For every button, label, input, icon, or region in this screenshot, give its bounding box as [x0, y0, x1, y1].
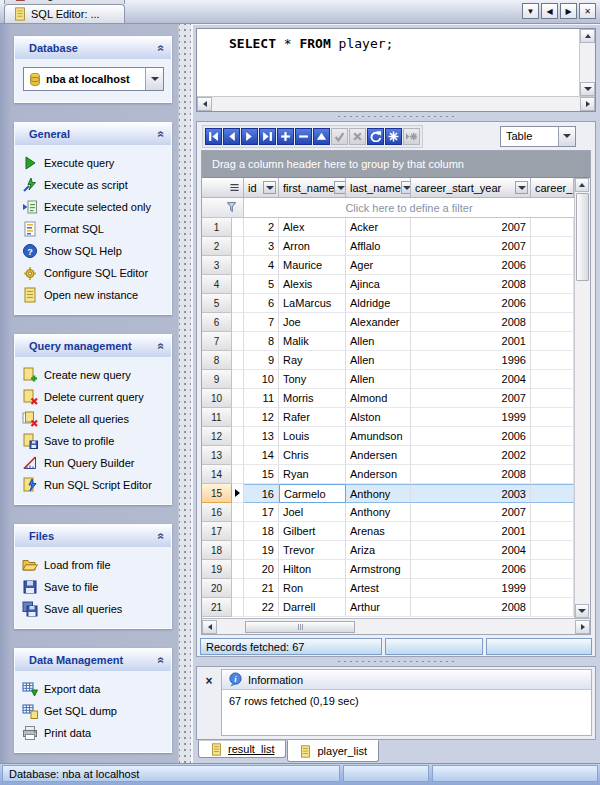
view-mode-select[interactable]: Table — [500, 126, 576, 147]
panel-header-query-management[interactable]: Query management« — [15, 335, 171, 357]
cell-last-name[interactable]: Alexander — [346, 313, 411, 332]
row-number-cell[interactable]: 19 — [202, 560, 232, 579]
cell-career[interactable] — [531, 313, 574, 332]
scroll-tabs-left-button[interactable]: ◀ — [541, 3, 558, 19]
sidebar-item-get-sql-dump[interactable]: Get SQL dump — [19, 700, 169, 722]
cell-id[interactable]: 10 — [244, 370, 279, 389]
grid-scroll-right-button[interactable] — [575, 620, 590, 634]
row-number-cell[interactable]: 21 — [202, 598, 232, 617]
table-row[interactable]: 12AlexAcker2007 — [202, 218, 574, 237]
sidebar-splitter[interactable] — [178, 24, 192, 763]
cell-last-name[interactable]: Armstrong — [346, 560, 411, 579]
cell-first-name[interactable]: Alexis — [279, 275, 346, 294]
cell-career[interactable] — [531, 484, 574, 503]
sidebar-item-execute-query[interactable]: Execute query — [19, 152, 169, 174]
cell-first-name[interactable]: Ray — [279, 351, 346, 370]
cell-first-name[interactable]: Arron — [279, 237, 346, 256]
column-dropdown-button[interactable] — [263, 181, 276, 194]
sidebar-item-format-sql[interactable]: Format SQL — [19, 218, 169, 240]
panel-header-files[interactable]: Files« — [15, 525, 171, 547]
cell-career[interactable] — [531, 351, 574, 370]
scroll-down-button[interactable] — [580, 82, 595, 96]
table-row[interactable]: 45AlexisAjinca2008 — [202, 275, 574, 294]
scroll-tabs-right-button[interactable]: ▶ — [560, 3, 577, 19]
cell-career-start-year[interactable]: 2001 — [411, 522, 531, 541]
cell-last-name[interactable]: Almond — [346, 389, 411, 408]
cell-career[interactable] — [531, 598, 574, 617]
cell-first-name[interactable]: Carmelo — [279, 484, 346, 503]
panel-header-general[interactable]: General« — [15, 123, 171, 145]
column-dropdown-button[interactable] — [334, 181, 346, 194]
sidebar-item-print-data[interactable]: Print data — [19, 722, 169, 744]
table-row[interactable]: 89RayAllen1996 — [202, 351, 574, 370]
sidebar-item-create-new-query[interactable]: Create new query — [19, 364, 169, 386]
cell-first-name[interactable]: Joel — [279, 503, 346, 522]
cell-id[interactable]: 19 — [244, 541, 279, 560]
cell-career[interactable] — [531, 560, 574, 579]
cell-last-name[interactable]: Anderson — [346, 465, 411, 484]
grid-vertical-scrollbar[interactable] — [574, 178, 590, 618]
cell-first-name[interactable]: Trevor — [279, 541, 346, 560]
row-number-cell[interactable]: 9 — [202, 370, 232, 389]
cell-id[interactable]: 21 — [244, 579, 279, 598]
cell-first-name[interactable]: Darrell — [279, 598, 346, 617]
cell-career[interactable] — [531, 389, 574, 408]
cell-last-name[interactable]: Amundson — [346, 427, 411, 446]
cell-career-start-year[interactable]: 2006 — [411, 427, 531, 446]
collapse-chevron-icon[interactable]: « — [157, 45, 167, 52]
cell-id[interactable]: 8 — [244, 332, 279, 351]
cell-career[interactable] — [531, 294, 574, 313]
table-row[interactable]: 67JoeAlexander2008 — [202, 313, 574, 332]
cell-last-name[interactable]: Anthony — [346, 503, 411, 522]
grid-scroll-left-button[interactable] — [202, 620, 217, 634]
collapse-chevron-icon[interactable]: « — [157, 343, 167, 350]
cell-career[interactable] — [531, 465, 574, 484]
cell-id[interactable]: 6 — [244, 294, 279, 313]
table-row[interactable]: 2122DarrellArthur2008 — [202, 598, 574, 617]
cell-career[interactable] — [531, 256, 574, 275]
cell-career[interactable] — [531, 579, 574, 598]
table-row[interactable]: 1617JoelAnthony2007 — [202, 503, 574, 522]
table-row[interactable]: 1314ChrisAndersen2002 — [202, 446, 574, 465]
cell-career-start-year[interactable]: 2007 — [411, 389, 531, 408]
table-row[interactable]: 1011MorrisAlmond2007 — [202, 389, 574, 408]
cell-career-start-year[interactable]: 1996 — [411, 351, 531, 370]
cell-career[interactable] — [531, 370, 574, 389]
sidebar-item-delete-all-queries[interactable]: Delete all queries — [19, 408, 169, 430]
tab-sql-editor[interactable]: SQL Editor: ... — [4, 4, 125, 23]
editor-vertical-scrollbar[interactable] — [579, 29, 595, 96]
prior-record-button[interactable] — [223, 128, 240, 145]
table-row[interactable]: 910TonyAllen2004 — [202, 370, 574, 389]
cell-last-name[interactable]: Allen — [346, 370, 411, 389]
fetch-next-button[interactable] — [403, 128, 420, 145]
cell-last-name[interactable]: Allen — [346, 332, 411, 351]
cell-last-name[interactable]: Arenas — [346, 522, 411, 541]
grid-horizontal-scrollbar[interactable] — [202, 618, 590, 634]
cell-last-name[interactable]: Artest — [346, 579, 411, 598]
table-row[interactable]: 1819TrevorAriza2004 — [202, 541, 574, 560]
sidebar-item-save-to-profile[interactable]: Save to profile — [19, 430, 169, 452]
collapse-chevron-icon[interactable]: « — [157, 657, 167, 664]
scroll-right-button[interactable] — [580, 97, 595, 111]
sidebar-item-open-new-instance[interactable]: Open new instance — [19, 284, 169, 306]
panel-header-data-management[interactable]: Data Management« — [15, 649, 171, 671]
cell-career-start-year[interactable]: 1999 — [411, 408, 531, 427]
cell-career[interactable] — [531, 427, 574, 446]
grid-scroll-up-button[interactable] — [575, 178, 589, 192]
first-record-button[interactable] — [205, 128, 222, 145]
define-filter-cell[interactable]: Click here to define a filter — [244, 198, 574, 218]
table-row[interactable]: 78MalikAllen2001 — [202, 332, 574, 351]
cell-id[interactable]: 13 — [244, 427, 279, 446]
cell-career[interactable] — [531, 503, 574, 522]
cell-id[interactable]: 22 — [244, 598, 279, 617]
last-record-button[interactable] — [259, 128, 276, 145]
column-dropdown-button[interactable] — [515, 181, 528, 194]
sidebar-item-execute-selected-only[interactable]: Execute selected only — [19, 196, 169, 218]
scroll-left-button[interactable] — [197, 97, 212, 111]
sidebar-item-delete-current-query[interactable]: Delete current query — [19, 386, 169, 408]
cell-id[interactable]: 12 — [244, 408, 279, 427]
cell-first-name[interactable]: Maurice — [279, 256, 346, 275]
row-number-cell[interactable]: 14 — [202, 465, 232, 484]
row-number-cell[interactable]: 10 — [202, 389, 232, 408]
cell-first-name[interactable]: Tony — [279, 370, 346, 389]
